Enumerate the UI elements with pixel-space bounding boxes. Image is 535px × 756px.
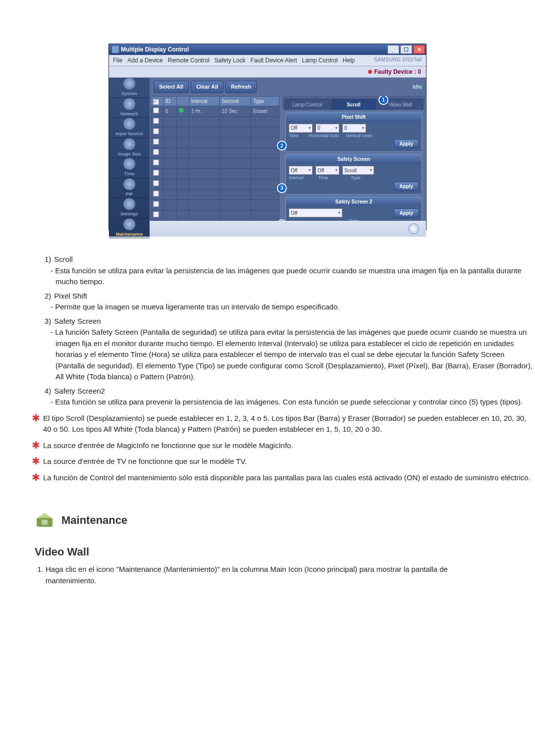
menu-item[interactable]: Lamp Control <box>302 56 338 65</box>
settings-icon <box>123 198 135 210</box>
close-button[interactable]: ✕ <box>413 45 425 54</box>
minimize-button[interactable]: _ <box>387 45 399 54</box>
faulty-device-label: Faulty Device : 0 <box>374 67 421 76</box>
refresh-button[interactable]: Refresh <box>225 81 257 93</box>
item-title: Pixel Shift <box>54 292 87 300</box>
item-text: Permite que la imagen se mueva ligeramen… <box>45 302 535 313</box>
table-row[interactable] <box>151 158 279 168</box>
sidebar-item-time[interactable]: Time <box>109 158 150 178</box>
safety-type-select[interactable]: Scroll▾ <box>342 166 374 175</box>
row-checkbox[interactable] <box>153 139 159 145</box>
row-checkbox[interactable] <box>153 191 159 197</box>
sidebar-item-maintenance[interactable]: Maintenance <box>109 218 150 239</box>
menu-item[interactable]: Add a Device <box>127 56 162 65</box>
menu-item[interactable]: Fault Device Alert <box>250 56 297 65</box>
sidebar-item-label: PIP <box>126 191 133 198</box>
menu-item[interactable]: File <box>113 56 122 65</box>
col-id: ID <box>163 96 177 106</box>
maximize-button[interactable]: ☐ <box>400 45 412 54</box>
status-led-icon <box>179 108 184 113</box>
select-all-button[interactable]: Select All <box>154 81 189 93</box>
item-title: Safety Screen <box>54 317 101 325</box>
pixel-shift-apply-button[interactable]: Apply <box>394 139 419 149</box>
sidebar: System Network Input Source Image Size T… <box>109 78 150 237</box>
sidebar-item-pip[interactable]: PIP <box>109 178 150 199</box>
table-row[interactable] <box>151 148 279 158</box>
tab-scroll[interactable]: Scroll <box>331 99 376 110</box>
row-checkbox[interactable] <box>153 159 159 165</box>
faulty-dot-icon <box>368 70 372 74</box>
cap-time: Time <box>319 175 328 182</box>
cap-vlines: Vertical Lines <box>346 133 373 140</box>
table-row[interactable] <box>151 137 279 148</box>
tab-lamp-control[interactable]: Lamp Control <box>284 99 330 110</box>
item-title: Scroll <box>54 255 73 263</box>
table-row[interactable] <box>151 168 279 179</box>
panel-title: Pixel Shift <box>286 112 422 122</box>
safety2-onoff-select[interactable]: Off▾ <box>289 208 342 217</box>
star-icon: ✱ <box>32 456 40 466</box>
panel-safety-screen: Safety Screen Off▾ Off▾ Scroll▾ Interval… <box>285 154 422 195</box>
sidebar-item-system[interactable]: System <box>109 78 150 98</box>
table-row[interactable] <box>151 189 279 200</box>
cell-id: 0 <box>163 106 177 116</box>
clear-all-button[interactable]: Clear All <box>191 81 223 93</box>
row-checkbox[interactable] <box>153 211 159 217</box>
sidebar-item-input-source[interactable]: Input Source <box>109 118 150 138</box>
safety-onoff-select[interactable]: Off▾ <box>289 166 313 175</box>
table-row[interactable] <box>151 127 279 137</box>
system-icon <box>123 78 135 90</box>
row-checkbox[interactable] <box>153 201 159 207</box>
info-bar: Faulty Device : 0 <box>109 66 426 78</box>
row-checkbox[interactable] <box>153 118 159 124</box>
sidebar-item-label: Input Source <box>115 131 143 138</box>
sidebar-item-settings[interactable]: Settings <box>109 198 150 218</box>
cell-interval: 1 Hr. <box>189 106 220 116</box>
menu-item[interactable]: Remote Control <box>168 56 210 65</box>
svg-rect-1 <box>42 520 48 525</box>
row-checkbox[interactable] <box>153 107 159 113</box>
col-type: Type <box>251 96 279 106</box>
safety2-apply-button[interactable]: Apply <box>394 208 419 218</box>
step-text: Haga clic en el icono "Maintenance (Mant… <box>46 564 500 586</box>
subsection-heading: Video Wall <box>35 544 535 560</box>
safety-second-select[interactable]: Off▾ <box>316 166 339 175</box>
table-row[interactable] <box>151 210 279 220</box>
row-checkbox[interactable] <box>153 180 159 186</box>
pip-icon <box>123 178 135 190</box>
device-grid: ID Interval Second Type 0 1 Hr. <box>151 96 279 221</box>
table-row[interactable] <box>151 200 279 210</box>
cell-type: Eraser <box>251 106 279 116</box>
note-text: El tipo Scroll (Desplazamiento) se puede… <box>43 413 535 435</box>
maintenance-section-icon <box>35 510 54 530</box>
sidebar-item-image-size[interactable]: Image Size <box>109 138 150 158</box>
window-title: Multiple Display Control <box>121 45 189 54</box>
table-row[interactable]: 0 1 Hr. 10 Sec. Eraser <box>151 106 279 116</box>
maintenance-icon <box>123 218 135 230</box>
brand-label: SAMSUNG DIGITall <box>374 56 422 65</box>
app-icon <box>112 46 119 53</box>
sidebar-item-label: Image Size <box>118 151 141 158</box>
panel-title: Safety Screen 2 <box>286 197 422 206</box>
table-row[interactable] <box>151 116 279 127</box>
input-source-icon <box>123 118 135 130</box>
pixel-shift-hdots-select[interactable]: 0▾ <box>316 124 339 133</box>
menu-item[interactable]: Safety Lock <box>214 56 246 65</box>
sidebar-item-label: Settings <box>120 211 138 218</box>
table-row[interactable] <box>151 179 279 189</box>
safety-apply-button[interactable]: Apply <box>394 182 419 191</box>
pixel-shift-vlines-select[interactable]: 0▾ <box>342 124 366 133</box>
row-checkbox[interactable] <box>153 170 159 176</box>
checkbox-header[interactable] <box>153 99 159 105</box>
item-text: La función Safety Screen (Pantalla de se… <box>45 327 535 383</box>
note-line: ✱La source d'entrée de TV ne fonctionne … <box>0 456 535 467</box>
pixel-shift-onoff-select[interactable]: Off▾ <box>289 124 313 133</box>
network-icon <box>123 98 135 110</box>
row-checkbox[interactable] <box>153 128 159 134</box>
menu-item[interactable]: Help <box>343 56 355 65</box>
item-title: Safety Screen2 <box>54 387 105 395</box>
sidebar-item-network[interactable]: Network <box>109 98 150 118</box>
panel-pixel-shift: Pixel Shift Off▾ 0▾ 0▾ TimeHorizontal Do… <box>285 112 422 152</box>
row-checkbox[interactable] <box>153 149 159 155</box>
section-header: Maintenance <box>0 510 535 530</box>
